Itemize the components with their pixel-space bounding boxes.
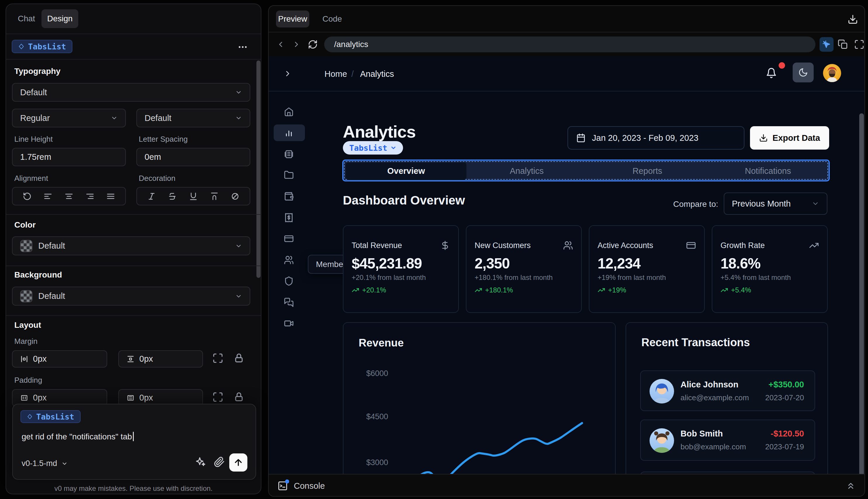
stat-subtext: +5.4% from last month	[720, 273, 791, 282]
sparkles-icon[interactable]	[195, 457, 206, 467]
tab-chat[interactable]: Chat	[18, 14, 35, 23]
prompt-input[interactable]: get rid of the "notifications" tab	[22, 432, 134, 441]
margin-y-input[interactable]: 0px	[118, 350, 203, 367]
divider	[6, 266, 261, 266]
date-range-button[interactable]: Jan 20, 2023 - Feb 09, 2023	[568, 126, 744, 149]
send-button[interactable]	[229, 453, 247, 472]
tab-reports[interactable]: Reports	[587, 162, 708, 180]
bar-chart-icon[interactable]	[284, 128, 294, 138]
dollar-sign-icon	[440, 241, 450, 251]
user-avatar[interactable]	[823, 64, 841, 82]
tab-notifications[interactable]: Notifications	[708, 162, 828, 180]
letter-spacing-input[interactable]: 0em	[136, 148, 250, 166]
stat-title: Growth Rate	[720, 241, 765, 250]
credit-card-icon[interactable]	[284, 234, 294, 244]
stat-value: 12,234	[597, 255, 641, 272]
model-selector[interactable]: v0-1.5-md	[22, 459, 68, 468]
folder-icon[interactable]	[284, 170, 294, 180]
chevron-down-icon	[390, 145, 397, 151]
breadcrumb-home[interactable]: Home	[324, 69, 347, 79]
trending-up-icon	[352, 286, 359, 294]
selected-component-chip[interactable]: TabsList	[12, 40, 72, 53]
strikethrough-icon[interactable]	[168, 192, 177, 201]
refresh-icon[interactable]	[308, 39, 318, 49]
transparency-swatch-icon	[20, 240, 33, 252]
align-right-icon[interactable]	[86, 192, 94, 201]
color-select[interactable]: Default	[12, 236, 250, 255]
reset-undo-icon[interactable]	[23, 192, 32, 201]
selected-element-chip[interactable]: TabsList	[343, 141, 403, 155]
transaction-date: 2023-07-19	[765, 442, 804, 451]
tab-analytics[interactable]: Analytics	[467, 162, 587, 180]
theme-toggle-button[interactable]	[793, 62, 814, 82]
tab-design[interactable]: Design	[41, 9, 78, 28]
tab-preview[interactable]: Preview	[276, 11, 309, 27]
home-icon[interactable]	[284, 107, 294, 117]
overline-icon[interactable]	[210, 192, 219, 201]
wallet-icon[interactable]	[284, 191, 294, 201]
align-center-icon[interactable]	[64, 192, 73, 201]
inspect-cursor-button[interactable]	[819, 37, 833, 52]
font-family-select[interactable]: Default	[12, 83, 250, 102]
padding-label: Padding	[14, 376, 42, 385]
users-icon[interactable]	[284, 255, 294, 265]
trending-up-icon	[475, 286, 482, 294]
font-size-select[interactable]: Default	[136, 109, 250, 127]
diamond-icon	[18, 43, 25, 50]
background-select[interactable]: Default	[12, 287, 250, 306]
cursor-sparkle-icon	[822, 40, 831, 49]
stat-title: Total Revenue	[352, 241, 402, 250]
bell-icon[interactable]	[766, 68, 777, 78]
align-justify-icon[interactable]	[106, 192, 115, 201]
underline-icon[interactable]	[189, 192, 198, 201]
avatar-person-graphic	[649, 379, 674, 403]
copy-icon[interactable]	[838, 39, 848, 50]
compare-select[interactable]: Previous Month	[724, 193, 827, 215]
download-icon[interactable]	[847, 14, 858, 25]
back-icon[interactable]	[276, 40, 285, 49]
transaction-row-clipped[interactable]	[640, 472, 815, 474]
padding-expand-icon[interactable]	[212, 391, 223, 403]
url-input[interactable]: /analytics	[324, 37, 816, 52]
fullscreen-icon[interactable]	[854, 39, 865, 50]
chevron-down-icon	[61, 460, 68, 467]
tabs-list-selected: Overview Analytics Reports Notifications	[342, 159, 830, 181]
padding-lock-icon[interactable]	[233, 391, 245, 403]
tab-code[interactable]: Code	[322, 11, 342, 27]
receipt-icon[interactable]	[284, 213, 294, 223]
ellipsis-menu-icon[interactable]	[237, 42, 249, 52]
transaction-amount: +$350.00	[768, 380, 804, 389]
sidebar-toggle-chevron-icon[interactable]	[283, 69, 292, 78]
font-weight-select[interactable]: Regular	[12, 109, 126, 127]
transaction-amount: -$120.50	[771, 429, 804, 439]
chevrons-up-icon[interactable]	[846, 481, 856, 491]
tab-overview[interactable]: Overview	[346, 162, 467, 180]
forward-icon[interactable]	[292, 40, 301, 49]
align-left-icon[interactable]	[44, 192, 52, 201]
transaction-row[interactable]: Alice Johnson alice@example.com +$350.00…	[640, 370, 815, 411]
no-decoration-icon[interactable]	[231, 192, 239, 201]
shield-icon[interactable]	[284, 276, 294, 286]
viewport-scrollbar[interactable]	[859, 113, 864, 474]
italic-icon[interactable]	[147, 192, 156, 201]
messages-icon[interactable]	[284, 297, 294, 307]
stat-card-total-revenue: Total Revenue $45,231.89 +20.1% from las…	[343, 225, 459, 313]
line-height-input[interactable]: 1.75rem	[12, 148, 126, 166]
margin-x-input[interactable]: 0px	[12, 350, 107, 367]
stat-title: Active Accounts	[597, 241, 653, 250]
left-panel-scrollbar[interactable]	[257, 60, 261, 278]
paperclip-icon[interactable]	[214, 457, 225, 467]
stat-card-active-accounts: Active Accounts 12,234 +19% from last mo…	[589, 225, 705, 313]
margin-lock-icon[interactable]	[233, 353, 245, 364]
revenue-line-chart	[344, 323, 616, 474]
margin-expand-icon[interactable]	[212, 353, 223, 364]
transaction-name: Bob Smith	[681, 429, 723, 439]
transaction-row[interactable]: Bob Smith bob@example.com -$120.50 2023-…	[640, 419, 815, 461]
newspaper-icon[interactable]	[284, 149, 294, 159]
alignment-label: Alignment	[14, 174, 48, 183]
video-icon[interactable]	[284, 318, 294, 328]
console-bar[interactable]: Console	[269, 474, 865, 497]
prompt-composer[interactable]: TabsList get rid of the "notifications" …	[12, 404, 256, 480]
prompt-context-chip[interactable]: TabsList	[21, 410, 80, 423]
export-data-button[interactable]: Export Data	[750, 126, 829, 149]
